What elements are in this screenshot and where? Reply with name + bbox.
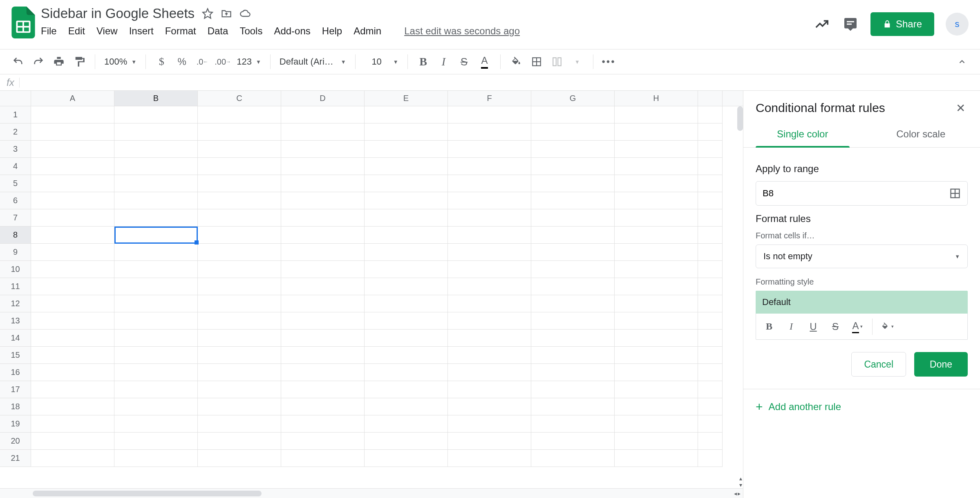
row-header[interactable]: 4 — [0, 158, 31, 175]
cell[interactable] — [31, 330, 114, 347]
cell[interactable] — [531, 106, 615, 123]
cell[interactable] — [698, 312, 723, 330]
cell[interactable] — [198, 312, 281, 330]
cell[interactable] — [198, 347, 281, 364]
cell[interactable] — [698, 209, 723, 227]
col-header[interactable]: D — [281, 91, 365, 106]
cell[interactable] — [281, 398, 365, 415]
cell[interactable] — [198, 261, 281, 278]
row-header[interactable]: 13 — [0, 312, 31, 330]
cell[interactable] — [198, 158, 281, 175]
cell[interactable] — [281, 175, 365, 192]
cell[interactable] — [198, 450, 281, 467]
italic-button[interactable]: I — [435, 53, 453, 71]
cell[interactable] — [615, 381, 698, 398]
menu-insert[interactable]: Insert — [129, 25, 154, 37]
cell[interactable] — [114, 312, 198, 330]
row-header[interactable]: 21 — [0, 450, 31, 467]
cell[interactable] — [365, 192, 448, 209]
cell[interactable] — [531, 192, 615, 209]
redo-button[interactable] — [29, 53, 47, 71]
fill-color-button[interactable]: ▾ — [877, 317, 897, 336]
cell[interactable] — [531, 312, 615, 330]
cell[interactable] — [281, 192, 365, 209]
row-header[interactable]: 11 — [0, 278, 31, 295]
cell[interactable] — [698, 227, 723, 244]
cell[interactable] — [198, 381, 281, 398]
move-folder-icon[interactable] — [221, 8, 232, 19]
col-header-partial[interactable] — [698, 91, 723, 106]
cell[interactable] — [281, 244, 365, 261]
cell[interactable] — [698, 175, 723, 192]
cell[interactable] — [365, 209, 448, 227]
cell[interactable] — [615, 261, 698, 278]
paint-format-button[interactable] — [70, 53, 88, 71]
cell[interactable] — [31, 106, 114, 123]
increase-decimal-button[interactable]: .00→ — [214, 53, 232, 71]
cell[interactable] — [281, 158, 365, 175]
cell[interactable] — [615, 141, 698, 158]
cell[interactable] — [365, 364, 448, 381]
text-color-button[interactable]: A — [476, 53, 494, 71]
cell[interactable] — [615, 312, 698, 330]
cell[interactable] — [698, 106, 723, 123]
spreadsheet-grid[interactable]: A B C D E F G H 123456789101112131415161… — [0, 91, 743, 498]
cell[interactable] — [31, 227, 114, 244]
cell[interactable] — [281, 106, 365, 123]
cell[interactable] — [31, 261, 114, 278]
row-header[interactable]: 2 — [0, 123, 31, 141]
row-header[interactable]: 17 — [0, 381, 31, 398]
cell[interactable] — [531, 295, 615, 312]
menu-file[interactable]: File — [41, 25, 57, 37]
cell[interactable] — [531, 261, 615, 278]
row-header[interactable]: 10 — [0, 261, 31, 278]
horizontal-scrollbar[interactable]: ◂▸ — [0, 488, 743, 498]
close-icon[interactable]: ✕ — [953, 101, 968, 115]
row-header[interactable]: 18 — [0, 398, 31, 415]
cell[interactable] — [531, 141, 615, 158]
cell[interactable] — [448, 158, 531, 175]
cell[interactable] — [615, 227, 698, 244]
zoom-dropdown[interactable]: 100%▼ — [102, 56, 139, 67]
grid-select-icon[interactable] — [949, 188, 961, 199]
last-edit-link[interactable]: Last edit was seconds ago — [404, 25, 520, 37]
menu-help[interactable]: Help — [322, 25, 342, 37]
menu-view[interactable]: View — [96, 25, 118, 37]
cell[interactable] — [31, 175, 114, 192]
bold-button[interactable]: B — [759, 317, 779, 336]
cell[interactable] — [698, 244, 723, 261]
menu-addons[interactable]: Add-ons — [274, 25, 310, 37]
cell[interactable] — [114, 141, 198, 158]
menu-edit[interactable]: Edit — [68, 25, 85, 37]
cell[interactable] — [31, 278, 114, 295]
cell[interactable] — [698, 347, 723, 364]
cell[interactable] — [531, 227, 615, 244]
cell[interactable] — [698, 415, 723, 433]
cell[interactable] — [531, 278, 615, 295]
cell[interactable] — [615, 192, 698, 209]
cell[interactable] — [114, 123, 198, 141]
cell[interactable] — [281, 433, 365, 450]
cell[interactable] — [531, 450, 615, 467]
vertical-scrollbar[interactable] — [737, 106, 743, 131]
col-header[interactable]: G — [531, 91, 615, 106]
cell[interactable] — [448, 278, 531, 295]
cell[interactable] — [365, 106, 448, 123]
cell[interactable] — [31, 364, 114, 381]
done-button[interactable]: Done — [914, 352, 968, 377]
cell[interactable] — [281, 261, 365, 278]
row-header[interactable]: 12 — [0, 295, 31, 312]
cell[interactable] — [698, 141, 723, 158]
cell[interactable] — [698, 123, 723, 141]
cell[interactable] — [448, 141, 531, 158]
cell[interactable] — [365, 278, 448, 295]
cell[interactable] — [531, 175, 615, 192]
cell[interactable] — [31, 244, 114, 261]
cell[interactable] — [114, 433, 198, 450]
cell[interactable] — [448, 433, 531, 450]
row-header[interactable]: 7 — [0, 209, 31, 227]
cell[interactable] — [198, 364, 281, 381]
row-header[interactable]: 14 — [0, 330, 31, 347]
cell[interactable] — [114, 227, 198, 244]
cell[interactable] — [365, 433, 448, 450]
